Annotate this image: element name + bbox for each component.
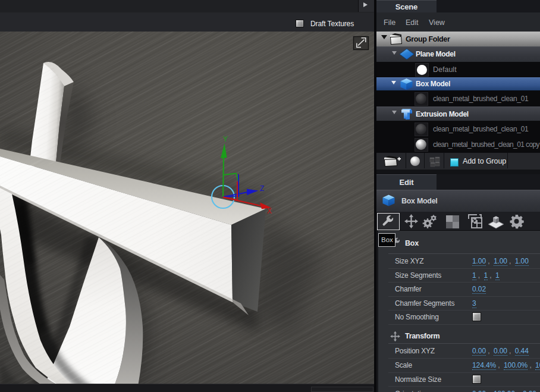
svg-text:X: X xyxy=(267,207,272,215)
svg-text:Z: Z xyxy=(260,184,264,193)
svg-text:Y: Y xyxy=(223,135,228,143)
